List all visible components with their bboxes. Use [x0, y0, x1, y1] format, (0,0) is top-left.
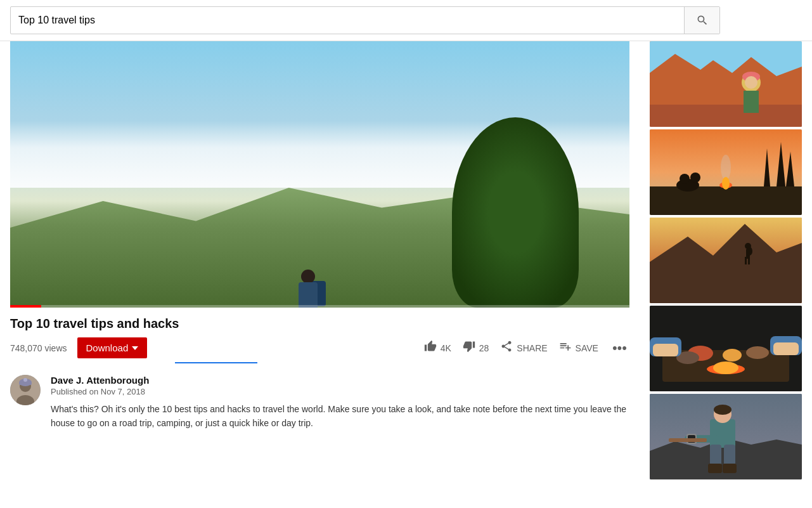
svg-rect-40 [773, 342, 799, 355]
svg-point-12 [745, 76, 757, 89]
svg-rect-29 [745, 257, 747, 264]
thumbnail-2-image [650, 129, 802, 215]
search-input[interactable] [11, 15, 684, 26]
published-date: Published on Nov 7, 2018 [51, 387, 629, 396]
svg-rect-53 [708, 464, 722, 473]
svg-rect-4 [19, 382, 32, 385]
video-progress-bar[interactable] [10, 305, 629, 308]
channel-name[interactable]: Dave J. Attenborough [51, 375, 629, 386]
share-label: SHARE [517, 343, 547, 353]
avatar-image [10, 375, 41, 405]
dislike-count: 28 [479, 343, 489, 353]
thumbs-up-icon [424, 340, 437, 356]
share-icon [500, 340, 513, 356]
download-label: Download [86, 342, 129, 353]
svg-rect-30 [748, 257, 750, 264]
svg-point-5 [23, 378, 27, 382]
chevron-down-icon [132, 346, 138, 350]
video-section: Top 10 travel tips and hacks 748,070 vie… [10, 41, 640, 479]
search-icon [696, 14, 709, 27]
header [0, 0, 812, 41]
svg-rect-54 [723, 464, 737, 473]
svg-rect-45 [710, 419, 735, 448]
svg-rect-38 [653, 344, 678, 356]
sidebar-thumb-4[interactable] [650, 306, 802, 391]
channel-section: Dave J. Attenborough Published on Nov 7,… [10, 375, 629, 430]
video-description: What's this? Oh it's only the 10 best ti… [51, 403, 629, 430]
save-label: SAVE [576, 343, 598, 353]
view-count: 748,070 views [10, 343, 67, 353]
more-button[interactable]: ••• [610, 340, 629, 356]
more-icon: ••• [612, 340, 627, 356]
person-head [301, 270, 315, 283]
scene-tree [452, 117, 579, 308]
svg-rect-10 [744, 91, 759, 113]
action-group: 4K 28 SHARE [424, 340, 629, 356]
video-progress-fill [10, 305, 41, 308]
svg-point-34 [723, 349, 742, 361]
svg-point-20 [690, 173, 700, 183]
content-wrapper: Top 10 travel tips and hacks 748,070 vie… [0, 41, 812, 479]
tab-underline [175, 362, 257, 363]
search-bar [10, 6, 720, 34]
like-button[interactable]: 4K [424, 340, 451, 356]
like-count: 4K [441, 343, 451, 353]
sidebar-thumb-3[interactable] [650, 218, 802, 303]
sidebar-thumb-5[interactable] [650, 394, 802, 479]
svg-point-35 [746, 346, 769, 359]
scene-person [289, 155, 327, 270]
thumbnail-5-image [650, 394, 802, 479]
sidebar [650, 41, 802, 479]
video-player[interactable] [10, 41, 629, 308]
save-icon [559, 340, 572, 356]
svg-point-23 [722, 177, 730, 190]
save-button[interactable]: SAVE [559, 340, 598, 356]
share-button[interactable]: SHARE [500, 340, 547, 356]
svg-rect-8 [650, 105, 802, 127]
channel-info: Dave J. Attenborough Published on Nov 7,… [51, 375, 629, 430]
avatar [10, 375, 41, 405]
sidebar-thumb-2[interactable] [650, 129, 802, 215]
svg-point-21 [721, 155, 731, 180]
thumbnail-1-image [650, 41, 802, 127]
svg-point-47 [714, 405, 731, 415]
thumbnail-4-image [650, 306, 802, 391]
video-thumbnail [10, 41, 629, 308]
person-torso [299, 282, 318, 308]
thumbnail-3-image [650, 218, 802, 303]
thumbs-down-icon [463, 340, 475, 356]
video-meta-row: 748,070 views Download 4K [10, 337, 629, 358]
video-info: Top 10 travel tips and hacks 748,070 vie… [10, 308, 629, 363]
svg-point-42 [713, 361, 738, 374]
dislike-button[interactable]: 28 [463, 340, 489, 356]
sidebar-thumb-1[interactable] [650, 41, 802, 127]
svg-point-19 [680, 174, 690, 184]
svg-rect-14 [650, 186, 802, 215]
svg-rect-52 [724, 445, 735, 467]
svg-rect-51 [710, 445, 721, 467]
search-button[interactable] [684, 7, 719, 34]
svg-point-28 [746, 247, 752, 256]
download-button[interactable]: Download [77, 337, 148, 358]
video-title: Top 10 travel tips and hacks [10, 316, 629, 331]
svg-rect-55 [669, 438, 707, 442]
